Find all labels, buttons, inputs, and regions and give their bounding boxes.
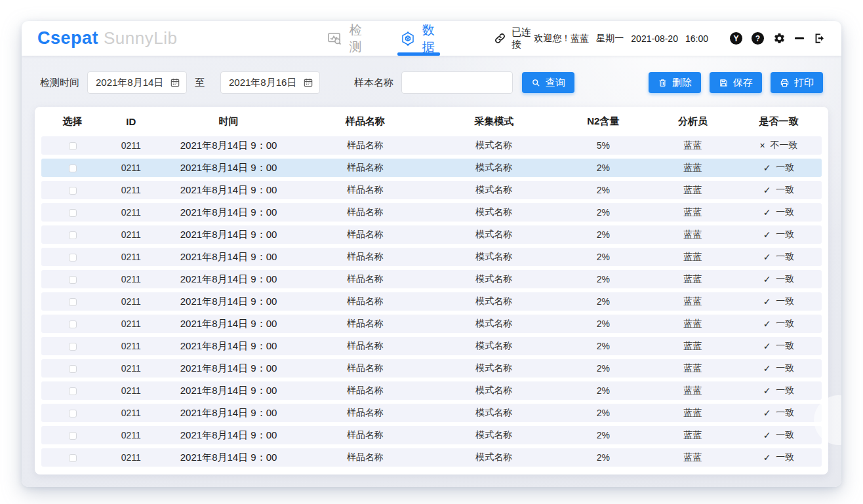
table-row[interactable]: 0211 2021年8月14日 9：00 样品名称 模式名称 2% 蓝蓝 ✓ 一… — [41, 270, 822, 288]
cell-analyst: 蓝蓝 — [650, 340, 736, 352]
row-select-cell — [41, 430, 104, 440]
cell-time: 2021年8月14日 9：00 — [158, 140, 298, 152]
row-checkbox[interactable] — [69, 209, 77, 217]
cell-sample: 样品名称 — [299, 385, 432, 397]
table-row[interactable]: 0211 2021年8月14日 9：00 样品名称 模式名称 2% 蓝蓝 ✓ 一… — [41, 159, 822, 177]
match-icon: ✓ — [763, 408, 771, 418]
cell-mode: 模式名称 — [432, 340, 556, 352]
row-checkbox[interactable] — [69, 231, 77, 239]
help-circle-icon[interactable]: ? — [752, 32, 764, 45]
cell-n2: 2% — [556, 229, 650, 240]
cell-n2: 2% — [556, 274, 650, 284]
cell-id: 0211 — [104, 408, 158, 418]
table-row[interactable]: 0211 2021年8月14日 9：00 样品名称 模式名称 5% 蓝蓝 × 不… — [41, 136, 822, 155]
table-row[interactable]: 0211 2021年8月14日 9：00 样品名称 模式名称 2% 蓝蓝 ✓ 一… — [41, 359, 822, 378]
cell-match: ✓ 一致 — [736, 407, 822, 419]
table-row[interactable]: 0211 2021年8月14日 9：00 样品名称 模式名称 2% 蓝蓝 ✓ 一… — [41, 337, 822, 355]
table-row[interactable]: 0211 2021年8月14日 9：00 样品名称 模式名称 2% 蓝蓝 ✓ 一… — [41, 225, 822, 244]
save-label: 保存 — [733, 77, 753, 89]
data-table-card: 选择 ID 时间 样品名称 采集模式 N2含量 分析员 是否一致 0211 20… — [35, 107, 828, 475]
printer-icon — [780, 78, 790, 88]
cell-sample: 样品名称 — [299, 340, 432, 352]
row-select-cell — [41, 385, 104, 396]
table-row[interactable]: 0211 2021年8月14日 9：00 样品名称 模式名称 2% 蓝蓝 ✓ 一… — [41, 404, 822, 422]
row-checkbox[interactable] — [69, 387, 77, 395]
table-row[interactable]: 0211 2021年8月14日 9：00 样品名称 模式名称 2% 蓝蓝 ✓ 一… — [41, 292, 822, 311]
cell-time: 2021年8月14日 9：00 — [158, 362, 298, 375]
cell-id: 0211 — [104, 296, 158, 307]
table-row[interactable]: 0211 2021年8月14日 9：00 样品名称 模式名称 2% 蓝蓝 ✓ 一… — [41, 203, 822, 222]
match-icon: ✓ — [763, 296, 771, 307]
logout-icon[interactable] — [813, 32, 826, 45]
logo-secondary: SunnyLib — [104, 28, 177, 48]
cell-id: 0211 — [104, 185, 158, 195]
print-button[interactable]: 打印 — [771, 72, 823, 93]
welcome-text: 欢迎您！蓝蓝 — [534, 33, 589, 45]
query-button[interactable]: 查询 — [522, 72, 574, 93]
cell-analyst: 蓝蓝 — [650, 229, 736, 241]
cell-match: ✓ 一致 — [736, 273, 822, 285]
cell-match: ✓ 一致 — [736, 206, 822, 218]
row-checkbox[interactable] — [69, 365, 77, 373]
row-checkbox[interactable] — [69, 432, 77, 440]
row-select-cell — [41, 252, 104, 262]
table-row[interactable]: 0211 2021年8月14日 9：00 样品名称 模式名称 2% 蓝蓝 ✓ 一… — [41, 381, 822, 400]
header-bar: Csepat SunnyLib 检测 — [22, 21, 841, 56]
cell-time: 2021年8月14日 9：00 — [158, 407, 298, 419]
cell-match: × 不一致 — [736, 140, 822, 151]
cube-hexagon-icon — [400, 31, 416, 47]
row-checkbox[interactable] — [69, 410, 77, 417]
cell-sample: 样品名称 — [299, 452, 432, 463]
row-checkbox[interactable] — [69, 320, 77, 328]
table-row[interactable]: 0211 2021年8月14日 9：00 样品名称 模式名称 2% 蓝蓝 ✓ 一… — [41, 315, 822, 333]
sample-name-input[interactable] — [401, 71, 513, 94]
cell-sample: 样品名称 — [299, 429, 432, 441]
cell-mode: 模式名称 — [432, 452, 556, 463]
delete-button[interactable]: 删除 — [649, 72, 701, 93]
row-checkbox[interactable] — [69, 276, 77, 284]
delete-label: 删除 — [672, 77, 692, 89]
cell-mode: 模式名称 — [432, 429, 556, 441]
cell-match: ✓ 一致 — [736, 162, 822, 174]
connection-label: 已连接 — [512, 26, 534, 51]
table-row[interactable]: 0211 2021年8月14日 9：00 样品名称 模式名称 2% 蓝蓝 ✓ 一… — [41, 426, 822, 444]
wrench-circle-icon[interactable]: Y — [730, 32, 742, 45]
row-checkbox[interactable] — [69, 454, 77, 462]
cell-id: 0211 — [104, 452, 158, 463]
save-button[interactable]: 保存 — [710, 72, 762, 93]
cell-analyst: 蓝蓝 — [650, 140, 736, 151]
cell-sample: 样品名称 — [299, 318, 432, 330]
row-checkbox[interactable] — [69, 165, 77, 172]
row-checkbox[interactable] — [69, 298, 77, 306]
cell-id: 0211 — [104, 363, 158, 374]
cell-analyst: 蓝蓝 — [650, 362, 736, 374]
tab-label: 数据 — [422, 22, 437, 56]
match-label: 一致 — [776, 340, 794, 352]
row-select-cell — [41, 296, 104, 307]
table-row[interactable]: 0211 2021年8月14日 9：00 样品名称 模式名称 2% 蓝蓝 ✓ 一… — [41, 448, 822, 467]
row-checkbox[interactable] — [69, 142, 77, 150]
cell-time: 2021年8月14日 9：00 — [158, 318, 298, 330]
date-to-input[interactable]: 2021年8月16日 — [220, 71, 320, 94]
cell-time: 2021年8月14日 9：00 — [158, 296, 298, 308]
tab-data[interactable]: 数据 — [400, 21, 437, 56]
row-checkbox[interactable] — [69, 254, 77, 262]
time-text: 16:00 — [685, 33, 708, 44]
tab-detection[interactable]: 检测 — [327, 21, 364, 56]
table-row[interactable]: 0211 2021年8月14日 9：00 样品名称 模式名称 2% 蓝蓝 ✓ 一… — [41, 181, 822, 199]
table-row[interactable]: 0211 2021年8月14日 9：00 样品名称 模式名称 2% 蓝蓝 ✓ 一… — [41, 248, 822, 266]
cell-n2: 2% — [556, 385, 650, 396]
row-select-cell — [41, 140, 104, 151]
gear-icon[interactable] — [773, 32, 786, 45]
cell-time: 2021年8月14日 9：00 — [158, 429, 298, 442]
minimize-icon[interactable] — [795, 37, 804, 39]
match-label: 一致 — [776, 318, 794, 330]
cell-mode: 模式名称 — [432, 407, 556, 419]
date-from-input[interactable]: 2021年8月14日 — [87, 71, 187, 94]
cell-mode: 模式名称 — [432, 162, 556, 174]
row-select-cell — [41, 341, 104, 351]
row-checkbox[interactable] — [69, 343, 77, 351]
row-checkbox[interactable] — [69, 187, 77, 195]
action-buttons: 删除 保存 — [649, 72, 823, 93]
cell-sample: 样品名称 — [299, 162, 432, 174]
